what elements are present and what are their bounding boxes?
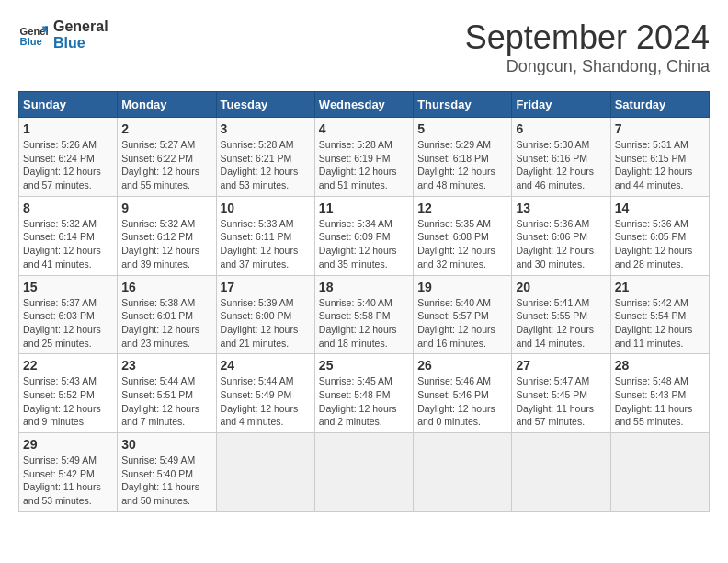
calendar-cell: 4Sunrise: 5:28 AM Sunset: 6:19 PM Daylig… — [314, 118, 413, 197]
day-number: 1 — [23, 121, 113, 136]
calendar-cell: 15Sunrise: 5:37 AM Sunset: 6:03 PM Dayli… — [19, 275, 118, 354]
day-number: 23 — [121, 358, 211, 373]
calendar-cell: 24Sunrise: 5:44 AM Sunset: 5:49 PM Dayli… — [216, 354, 314, 433]
calendar-table: SundayMondayTuesdayWednesdayThursdayFrid… — [18, 91, 710, 512]
day-info: Sunrise: 5:41 AM Sunset: 5:55 PM Dayligh… — [516, 296, 606, 350]
day-info: Sunrise: 5:36 AM Sunset: 6:05 PM Dayligh… — [615, 217, 705, 271]
calendar-cell: 6Sunrise: 5:30 AM Sunset: 6:16 PM Daylig… — [512, 118, 610, 197]
day-info: Sunrise: 5:38 AM Sunset: 6:01 PM Dayligh… — [121, 296, 211, 350]
day-number: 16 — [121, 280, 211, 294]
month-title: September 2024 — [465, 18, 710, 57]
day-info: Sunrise: 5:28 AM Sunset: 6:19 PM Dayligh… — [319, 138, 409, 192]
calendar-cell — [216, 433, 314, 512]
calendar-cell: 29Sunrise: 5:49 AM Sunset: 5:42 PM Dayli… — [19, 433, 118, 512]
svg-text:Blue: Blue — [20, 36, 42, 47]
day-number: 2 — [121, 121, 211, 136]
calendar-cell: 26Sunrise: 5:46 AM Sunset: 5:46 PM Dayli… — [414, 354, 512, 433]
day-info: Sunrise: 5:36 AM Sunset: 6:06 PM Dayligh… — [516, 217, 606, 271]
day-info: Sunrise: 5:43 AM Sunset: 5:52 PM Dayligh… — [23, 374, 113, 429]
day-number: 26 — [417, 358, 507, 373]
day-number: 11 — [319, 201, 409, 215]
day-info: Sunrise: 5:33 AM Sunset: 6:11 PM Dayligh… — [221, 217, 311, 271]
day-number: 20 — [516, 280, 606, 294]
weekday-header: Saturday — [610, 92, 709, 118]
calendar-cell: 25Sunrise: 5:45 AM Sunset: 5:48 PM Dayli… — [314, 354, 413, 433]
day-info: Sunrise: 5:35 AM Sunset: 6:08 PM Dayligh… — [417, 217, 507, 271]
day-info: Sunrise: 5:46 AM Sunset: 5:46 PM Dayligh… — [417, 374, 507, 429]
calendar-cell: 12Sunrise: 5:35 AM Sunset: 6:08 PM Dayli… — [414, 196, 512, 275]
weekday-header: Monday — [118, 92, 216, 118]
day-info: Sunrise: 5:45 AM Sunset: 5:48 PM Dayligh… — [319, 374, 409, 429]
calendar-cell: 5Sunrise: 5:29 AM Sunset: 6:18 PM Daylig… — [414, 118, 512, 197]
calendar-week-row: 1Sunrise: 5:26 AM Sunset: 6:24 PM Daylig… — [19, 118, 710, 197]
day-info: Sunrise: 5:28 AM Sunset: 6:21 PM Dayligh… — [221, 138, 311, 192]
day-number: 19 — [417, 280, 507, 294]
weekday-header-row: SundayMondayTuesdayWednesdayThursdayFrid… — [19, 92, 710, 118]
day-number: 5 — [417, 121, 507, 136]
weekday-header: Wednesday — [314, 92, 413, 118]
calendar-cell: 20Sunrise: 5:41 AM Sunset: 5:55 PM Dayli… — [512, 275, 610, 354]
logo: General Blue General Blue — [18, 18, 108, 52]
day-number: 22 — [23, 358, 113, 373]
calendar-cell: 14Sunrise: 5:36 AM Sunset: 6:05 PM Dayli… — [610, 196, 709, 275]
calendar-cell — [314, 433, 413, 512]
day-number: 7 — [615, 121, 705, 136]
weekday-header: Tuesday — [216, 92, 314, 118]
logo-icon: General Blue — [18, 20, 48, 50]
day-info: Sunrise: 5:47 AM Sunset: 5:45 PM Dayligh… — [516, 374, 606, 429]
weekday-header: Sunday — [19, 92, 118, 118]
weekday-header: Thursday — [414, 92, 512, 118]
calendar-cell: 27Sunrise: 5:47 AM Sunset: 5:45 PM Dayli… — [512, 354, 610, 433]
calendar-cell: 30Sunrise: 5:49 AM Sunset: 5:40 PM Dayli… — [118, 433, 216, 512]
day-info: Sunrise: 5:44 AM Sunset: 5:51 PM Dayligh… — [121, 374, 211, 429]
calendar-cell — [610, 433, 709, 512]
page-header: General Blue General Blue September 2024… — [18, 18, 710, 76]
day-info: Sunrise: 5:49 AM Sunset: 5:40 PM Dayligh… — [121, 454, 211, 508]
calendar-cell: 17Sunrise: 5:39 AM Sunset: 6:00 PM Dayli… — [216, 275, 314, 354]
calendar-cell: 16Sunrise: 5:38 AM Sunset: 6:01 PM Dayli… — [118, 275, 216, 354]
day-info: Sunrise: 5:42 AM Sunset: 5:54 PM Dayligh… — [615, 296, 705, 350]
calendar-cell: 23Sunrise: 5:44 AM Sunset: 5:51 PM Dayli… — [118, 354, 216, 433]
day-info: Sunrise: 5:34 AM Sunset: 6:09 PM Dayligh… — [319, 217, 409, 271]
day-info: Sunrise: 5:48 AM Sunset: 5:43 PM Dayligh… — [615, 374, 705, 429]
calendar-cell — [512, 433, 610, 512]
day-number: 3 — [221, 121, 311, 136]
day-info: Sunrise: 5:32 AM Sunset: 6:12 PM Dayligh… — [121, 217, 211, 271]
day-number: 12 — [417, 201, 507, 215]
day-info: Sunrise: 5:31 AM Sunset: 6:15 PM Dayligh… — [615, 138, 705, 192]
calendar-cell: 13Sunrise: 5:36 AM Sunset: 6:06 PM Dayli… — [512, 196, 610, 275]
day-number: 30 — [121, 437, 211, 452]
day-info: Sunrise: 5:37 AM Sunset: 6:03 PM Dayligh… — [23, 296, 113, 350]
calendar-week-row: 29Sunrise: 5:49 AM Sunset: 5:42 PM Dayli… — [19, 433, 710, 512]
day-number: 21 — [615, 280, 705, 294]
day-number: 18 — [319, 280, 409, 294]
day-number: 8 — [23, 201, 113, 215]
day-number: 13 — [516, 201, 606, 215]
day-number: 4 — [319, 121, 409, 136]
day-info: Sunrise: 5:49 AM Sunset: 5:42 PM Dayligh… — [23, 454, 113, 508]
calendar-cell — [414, 433, 512, 512]
day-info: Sunrise: 5:29 AM Sunset: 6:18 PM Dayligh… — [417, 138, 507, 192]
day-number: 17 — [221, 280, 311, 294]
calendar-week-row: 8Sunrise: 5:32 AM Sunset: 6:14 PM Daylig… — [19, 196, 710, 275]
day-number: 14 — [615, 201, 705, 215]
day-number: 28 — [615, 358, 705, 373]
calendar-cell: 18Sunrise: 5:40 AM Sunset: 5:58 PM Dayli… — [314, 275, 413, 354]
calendar-cell: 3Sunrise: 5:28 AM Sunset: 6:21 PM Daylig… — [216, 118, 314, 197]
day-info: Sunrise: 5:39 AM Sunset: 6:00 PM Dayligh… — [221, 296, 311, 350]
calendar-week-row: 15Sunrise: 5:37 AM Sunset: 6:03 PM Dayli… — [19, 275, 710, 354]
calendar-cell: 28Sunrise: 5:48 AM Sunset: 5:43 PM Dayli… — [610, 354, 709, 433]
day-info: Sunrise: 5:30 AM Sunset: 6:16 PM Dayligh… — [516, 138, 606, 192]
day-info: Sunrise: 5:40 AM Sunset: 5:58 PM Dayligh… — [319, 296, 409, 350]
day-number: 25 — [319, 358, 409, 373]
calendar-cell: 7Sunrise: 5:31 AM Sunset: 6:15 PM Daylig… — [610, 118, 709, 197]
day-info: Sunrise: 5:26 AM Sunset: 6:24 PM Dayligh… — [23, 138, 113, 192]
calendar-cell: 21Sunrise: 5:42 AM Sunset: 5:54 PM Dayli… — [610, 275, 709, 354]
calendar-cell: 8Sunrise: 5:32 AM Sunset: 6:14 PM Daylig… — [19, 196, 118, 275]
day-number: 9 — [121, 201, 211, 215]
calendar-week-row: 22Sunrise: 5:43 AM Sunset: 5:52 PM Dayli… — [19, 354, 710, 433]
calendar-cell: 9Sunrise: 5:32 AM Sunset: 6:12 PM Daylig… — [118, 196, 216, 275]
calendar-cell: 11Sunrise: 5:34 AM Sunset: 6:09 PM Dayli… — [314, 196, 413, 275]
day-info: Sunrise: 5:44 AM Sunset: 5:49 PM Dayligh… — [221, 374, 311, 429]
day-info: Sunrise: 5:40 AM Sunset: 5:57 PM Dayligh… — [417, 296, 507, 350]
